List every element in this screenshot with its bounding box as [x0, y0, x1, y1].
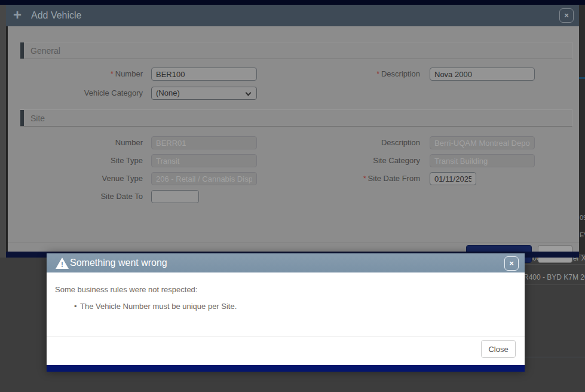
background-text-fragment: EV: [580, 231, 585, 238]
error-dialog: ! Something went wrong × Some business r…: [47, 253, 525, 372]
section-accent-bar: [20, 110, 24, 126]
error-dialog-title: Something went wrong: [70, 258, 167, 268]
page-top-strip: [0, 0, 585, 5]
description-label: *Description: [277, 68, 420, 81]
number-field[interactable]: [151, 68, 257, 81]
vehicle-category-label: Vehicle Category: [20, 87, 143, 100]
required-marker: *: [363, 174, 366, 183]
site-date-to-field[interactable]: [151, 190, 199, 203]
site-type-label: Site Type: [20, 154, 143, 167]
site-date-from-label: *Site Date From: [277, 172, 420, 185]
close-icon[interactable]: ×: [559, 8, 574, 23]
chevron-down-icon: [246, 90, 252, 96]
add-vehicle-dialog-body: General *Number *Description Vehicle Cat…: [6, 26, 579, 252]
site-date-from-field[interactable]: [430, 172, 476, 185]
add-vehicle-dialog-title: Add Vehicle: [31, 10, 82, 21]
number-label: *Number: [20, 68, 143, 81]
site-type-field: [151, 154, 257, 167]
site-section-header: Site: [20, 109, 572, 127]
site-category-label: Site Category: [277, 154, 420, 167]
required-marker: *: [376, 70, 379, 78]
bullet-marker: •: [74, 302, 77, 311]
error-close-button[interactable]: Close: [481, 340, 516, 358]
page: 09 EV R300 - New Flyer XE40 R400 - BYD K…: [0, 0, 585, 392]
background-row-divider: [525, 264, 585, 265]
warning-icon: !: [56, 258, 69, 269]
add-vehicle-dialog: + Add Vehicle × General *Number *Descrip…: [6, 5, 579, 258]
footer-divider: [8, 243, 579, 243]
site-section-title: Site: [30, 114, 45, 123]
site-number-field: [151, 136, 257, 149]
venue-type-label: Venue Type: [20, 172, 143, 185]
site-date-to-label: Site Date To: [20, 190, 143, 203]
background-text-fragment: 09: [580, 214, 585, 221]
section-accent-bar: [20, 42, 24, 59]
background-highlight-line: [579, 77, 585, 79]
description-field[interactable]: [430, 68, 535, 81]
background-row-divider: [525, 284, 585, 285]
required-marker: *: [111, 70, 114, 78]
background-faint-divider: [525, 357, 585, 357]
venue-type-field: [151, 172, 257, 185]
page-left-sliver: [0, 5, 6, 258]
site-category-field: [430, 154, 535, 167]
error-message: Some business rules were not respected:: [55, 285, 197, 294]
site-number-label: Number: [20, 136, 143, 149]
error-bullet-text: The Vehicle Number must be unique per Si…: [80, 302, 237, 311]
add-vehicle-dialog-header: + Add Vehicle ×: [6, 5, 579, 26]
vehicle-category-select[interactable]: (None): [151, 87, 257, 100]
add-icon: +: [13, 7, 22, 23]
close-icon[interactable]: ×: [504, 256, 519, 271]
site-description-field: [430, 136, 535, 149]
footer-divider: [47, 336, 525, 337]
general-section-header: General: [20, 42, 572, 59]
background-row-vehicle: R400 - BYD K7M 2019: [523, 273, 585, 281]
site-description-label: Description: [277, 136, 420, 149]
background-content-sliver: 09 EV: [579, 5, 585, 254]
error-dialog-header: ! Something went wrong ×: [47, 253, 525, 272]
general-section-title: General: [30, 46, 60, 56]
dialog-bottom-accent: [47, 365, 525, 372]
